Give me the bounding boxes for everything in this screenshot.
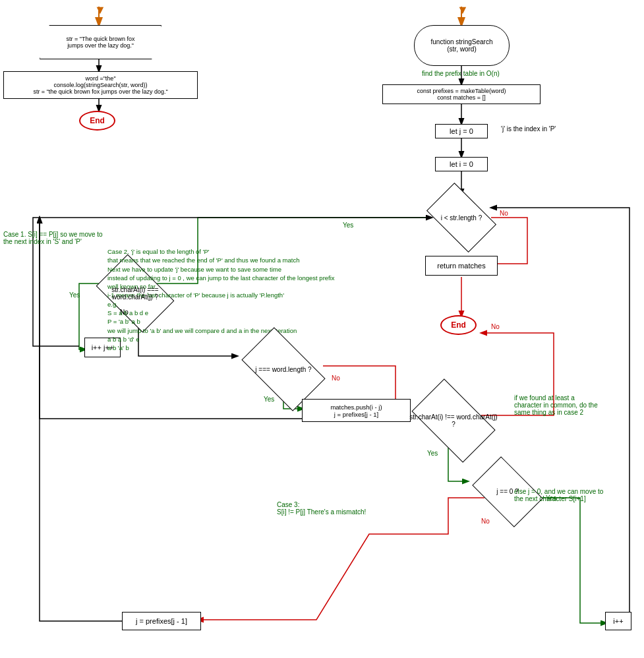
j-eq-0-label: j == 0 ? (496, 488, 518, 495)
yes-label-j0: Yes (546, 494, 556, 502)
return-matches-shape: return matches (425, 256, 498, 276)
no-label-i-lt: No (500, 210, 508, 217)
matches-push-shape: matches.push(i - j)j = prefixes[j - 1] (302, 399, 411, 422)
yes-label-j-eq: Yes (264, 396, 274, 403)
end2-label: End (451, 320, 466, 330)
return-matches-label: return matches (437, 262, 485, 270)
i-inc-label: i++ (613, 617, 623, 625)
str-charat-label: str.charAt(i) === word.charAt(j) ? (92, 286, 178, 301)
yes-label-ne: Yes (427, 450, 438, 457)
matches-push-label: matches.push(i - j)j = prefixes[j - 1] (330, 404, 382, 418)
else-j0-label: else j = 0, and we can move to the next … (514, 488, 606, 502)
j-prefixes-label: j = prefixes[j - 1] (136, 617, 187, 625)
const-block-shape: const prefixes = makeTable(word)const ma… (382, 84, 541, 104)
find-prefix-label: find the prefix table in O(n) (422, 70, 500, 77)
i-inc-shape: i++ (605, 612, 631, 630)
func-start-label: function stringSearch (str, word) (431, 38, 493, 53)
str-charat-ne-label: str.charAt(i) !== word.charAt(j) ? (407, 413, 500, 428)
code-block-label: word ="the" console.log(stringSearch(str… (33, 75, 167, 95)
no-label-end2: No (491, 323, 500, 330)
no-label-j0: No (481, 518, 490, 525)
str-assign-shape: str = "The quick brown fox jumps over th… (40, 25, 161, 59)
let-i-shape: let i = 0 (435, 157, 488, 171)
start-arrow-1: ▼ (94, 3, 106, 17)
case3-label: Case 3:S[i] != P[j] There's a mismatch! (277, 501, 366, 516)
const-block-label: const prefixes = makeTable(word)const ma… (417, 88, 506, 101)
i-lt-strlength-label: i < str.length ? (441, 214, 483, 222)
end2-shape: End (440, 315, 477, 335)
yes-label-charat: Yes (69, 291, 80, 299)
func-start-shape: function stringSearch (str, word) (414, 25, 510, 66)
case1-label: Case 1. S[i] == P[j] so we move to the n… (3, 231, 109, 245)
no-label-j-eq: No (332, 374, 340, 382)
flowchart-diagram: ▼ ▼ str = "The quick brown fox jumps ove… (0, 0, 644, 658)
str-charat-ne-shape: str.charAt(i) !== word.charAt(j) ? (407, 394, 500, 447)
j-prefixes-shape: j = prefixes[j - 1] (122, 612, 201, 630)
end1-label: End (90, 116, 105, 125)
i-lt-strlength-shape: i < str.length ? (422, 194, 501, 241)
end1-shape: End (79, 111, 115, 131)
code-block-shape: word ="the" console.log(stringSearch(str… (3, 71, 198, 99)
let-i-label: let i = 0 (450, 160, 473, 168)
j-eq-wordlength-shape: j === word.length ? (237, 343, 330, 396)
str-assign-box: str = "The quick brown fox jumps over th… (40, 25, 161, 59)
yes-label-i-lt: Yes (343, 222, 353, 229)
if-found-label: if we found at least a character in comm… (514, 394, 600, 416)
str-assign-label: str = "The quick brown fox jumps over th… (60, 34, 142, 50)
let-j-label: let j = 0 (450, 127, 473, 135)
start-arrow-2: ▼ (457, 3, 469, 17)
j-eq-wordlength-label: j === word.length ? (255, 366, 311, 373)
let-j-shape: let j = 0 (435, 124, 488, 138)
j-index-label: 'j' is the index in 'P' (501, 125, 556, 133)
